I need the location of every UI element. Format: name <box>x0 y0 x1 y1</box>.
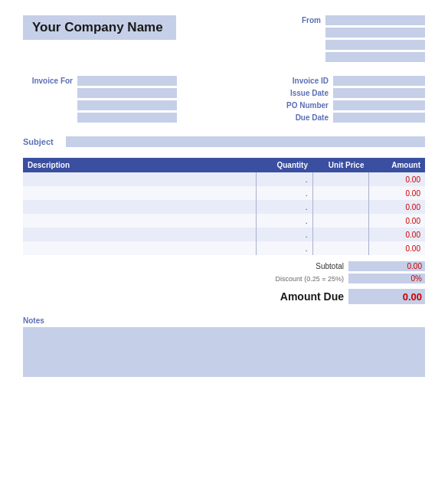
desc-cell[interactable] <box>23 228 257 241</box>
your-name-field[interactable] <box>325 15 425 25</box>
from-name-row: From <box>302 15 425 25</box>
from-address2-field[interactable] <box>325 40 425 50</box>
qty-cell[interactable]: . <box>257 200 313 214</box>
discount-label: Discount (0.25 = 25%) <box>237 274 344 283</box>
client-address2-field[interactable] <box>77 100 177 110</box>
subtotal-value[interactable]: 0.00 <box>348 261 425 271</box>
invoice-id-field[interactable] <box>333 76 425 86</box>
invoice-for-label: Invoice For <box>23 77 73 85</box>
table-row[interactable]: . 0.00 <box>23 214 425 228</box>
qty-cell[interactable]: . <box>257 228 313 241</box>
amount-cell[interactable]: 0.00 <box>369 214 426 228</box>
issue-date-row: Issue Date <box>279 88 425 98</box>
invoice-page: Your Company Name From Invoice For <box>0 0 448 498</box>
desc-cell[interactable] <box>23 200 257 214</box>
invoice-for-section: Invoice For <box>23 76 177 123</box>
due-date-row: Due Date <box>279 113 425 123</box>
discount-row: Discount (0.25 = 25%) 0% <box>237 274 425 283</box>
amount-cell[interactable]: 0.00 <box>369 228 426 241</box>
issue-date-field[interactable] <box>333 88 425 98</box>
subtotal-label: Subtotal <box>237 262 344 270</box>
description-header: Description <box>23 158 257 172</box>
subject-section: Subject <box>23 136 425 147</box>
amount-cell[interactable]: 0.00 <box>369 172 426 186</box>
amount-due-label: Amount Due <box>237 290 344 303</box>
table-header-row: Description Quantity Unit Price Amount <box>23 158 425 172</box>
client-name-field[interactable] <box>77 76 177 86</box>
desc-cell[interactable] <box>23 172 257 186</box>
qty-cell[interactable]: . <box>257 214 313 228</box>
po-number-field[interactable] <box>333 100 425 110</box>
notes-section: Notes <box>23 316 425 377</box>
unit-cell[interactable] <box>312 228 369 241</box>
from-section: From <box>302 15 425 62</box>
subject-label: Subject <box>23 137 60 146</box>
billing-section: Invoice For Invoice ID Issue Date PO Num… <box>23 76 425 123</box>
po-number-label: PO Number <box>279 101 329 110</box>
subject-field[interactable] <box>66 136 425 147</box>
table-row[interactable]: . 0.00 <box>23 200 425 214</box>
table-row[interactable]: . 0.00 <box>23 172 425 186</box>
client-address-section <box>77 88 177 123</box>
invoice-id-row: Invoice ID <box>279 76 425 86</box>
unit-price-header: Unit Price <box>312 158 369 172</box>
unit-cell[interactable] <box>312 186 369 200</box>
amount-cell[interactable]: 0.00 <box>369 186 426 200</box>
quantity-header: Quantity <box>257 158 313 172</box>
from-label: From <box>302 16 321 25</box>
client-address1-field[interactable] <box>77 88 177 98</box>
notes-field[interactable] <box>23 327 425 377</box>
amount-cell[interactable]: 0.00 <box>369 241 426 255</box>
from-city-field[interactable] <box>325 52 425 62</box>
amount-cell[interactable]: 0.00 <box>369 200 426 214</box>
amount-header: Amount <box>369 158 426 172</box>
desc-cell[interactable] <box>23 241 257 255</box>
discount-value[interactable]: 0% <box>348 274 425 283</box>
amount-due-row: Amount Due 0.00 <box>237 289 425 304</box>
from-address1-field[interactable] <box>325 28 425 38</box>
header-section: Your Company Name From <box>23 15 425 62</box>
unit-cell[interactable] <box>312 172 369 186</box>
po-number-row: PO Number <box>279 100 425 110</box>
invoice-details-section: Invoice ID Issue Date PO Number Due Date <box>279 76 425 123</box>
table-row[interactable]: . 0.00 <box>23 228 425 241</box>
unit-cell[interactable] <box>312 214 369 228</box>
due-date-field[interactable] <box>333 113 425 123</box>
company-name[interactable]: Your Company Name <box>23 15 176 40</box>
subtotal-row: Subtotal 0.00 <box>237 261 425 271</box>
unit-cell[interactable] <box>312 200 369 214</box>
desc-cell[interactable] <box>23 214 257 228</box>
client-city-field[interactable] <box>77 113 177 123</box>
amount-due-value: 0.00 <box>348 289 425 304</box>
due-date-label: Due Date <box>279 113 329 122</box>
table-row[interactable]: . 0.00 <box>23 186 425 200</box>
qty-cell[interactable]: . <box>257 186 313 200</box>
qty-cell[interactable]: . <box>257 241 313 255</box>
line-items-table: Description Quantity Unit Price Amount .… <box>23 158 425 255</box>
invoice-for-row: Invoice For <box>23 76 177 86</box>
notes-label: Notes <box>23 316 425 325</box>
qty-cell[interactable]: . <box>257 172 313 186</box>
unit-cell[interactable] <box>312 241 369 255</box>
desc-cell[interactable] <box>23 186 257 200</box>
totals-section: Subtotal 0.00 Discount (0.25 = 25%) 0% A… <box>23 261 425 304</box>
issue-date-label: Issue Date <box>279 89 329 97</box>
invoice-id-label: Invoice ID <box>279 77 329 85</box>
table-row[interactable]: . 0.00 <box>23 241 425 255</box>
